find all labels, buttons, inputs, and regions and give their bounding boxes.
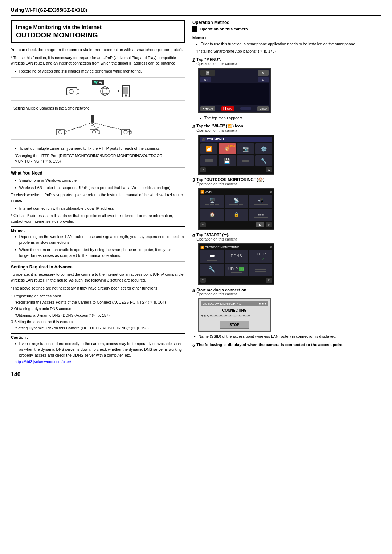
screen1-rec: ▌▌REC — [221, 106, 234, 111]
svg-point-1 — [69, 89, 73, 94]
svg-rect-0 — [67, 88, 77, 95]
wifi-back: ↩ — [266, 222, 272, 227]
svg-marker-10 — [118, 90, 120, 93]
main-title-line1: Image Monitoring via the Internet — [16, 24, 180, 31]
outdoor-cell5: UPnP on — [225, 264, 248, 276]
screen1-m: M — [258, 70, 269, 76]
multi-cam-diagram — [13, 112, 183, 137]
black-square — [192, 26, 197, 32]
wyn-item1: Smartphone or Windows computer — [15, 178, 185, 184]
settings-item2: "Registering the Access Points of the Ca… — [15, 300, 185, 305]
setup-ref1: "Changing the HTTP Port (DIRECT MONITORI… — [15, 153, 185, 165]
wifi-cell1: 🖥️ — [200, 195, 224, 208]
camera-icon — [66, 86, 81, 97]
op-method-title: Operation Method — [192, 20, 381, 25]
step2: 2 Tap the "Wi-Fi" (📶) icon. Operation on… — [192, 124, 381, 132]
outdoor-cell2: DDNS — [225, 250, 248, 263]
settings-item3: 2 Obtaining a dynamic DNS account — [11, 306, 185, 312]
caution-title: Caution : — [11, 335, 185, 340]
menu-cell5 — [200, 155, 217, 166]
top-menu-title-text: TOP MENU — [207, 138, 224, 141]
screen1-d: D — [258, 77, 269, 82]
settings-item5: 3 Setting the account on this camera — [11, 319, 185, 325]
svg-point-31 — [110, 127, 111, 128]
wifi-cell5: 🔒 — [225, 209, 248, 221]
step4-sub: Operation on this camera — [196, 237, 381, 241]
step2-sub: Operation on this camera — [196, 128, 381, 132]
wifi-diagram: WiFi — [11, 77, 185, 101]
svg-point-22 — [92, 130, 96, 134]
svg-point-19 — [58, 130, 62, 134]
screen1-main — [200, 83, 269, 105]
multi-cam-section: Setting Multiple Cameras in the Same Net… — [11, 104, 185, 140]
phone-icon — [122, 85, 130, 97]
caution-link[interactable]: https://dd3.jvckenwood.com/user/ — [15, 360, 185, 364]
connecting-screen: OUTDOOR MONITORING ■ ■ ■ CONNECTING SSID… — [198, 298, 271, 332]
step5-num: 5 — [192, 288, 195, 293]
menu-cell3: 📷 — [237, 143, 254, 154]
caution-bullet: Even if registration is done correctly t… — [15, 341, 185, 358]
connecting-dots: ■ ■ ■ — [259, 302, 266, 305]
svg-point-13 — [125, 95, 127, 96]
svg-point-28 — [91, 125, 93, 126]
step4-num: 4 — [192, 233, 195, 238]
wifi-bottom: ? ▶ ↩ — [200, 222, 272, 227]
wifi-cell4: 🏠 — [200, 209, 224, 221]
step3-sub: Operation on this camera — [196, 182, 381, 186]
menu-cell8: 🔧 — [255, 155, 272, 166]
step4: 4 Tap "START" (➡). Operation on this cam… — [192, 233, 381, 241]
screen1-wt: WT — [200, 77, 211, 82]
svg-point-30 — [97, 127, 99, 128]
op-subtitle-text: Operation on this camera — [200, 27, 248, 31]
outdoor-screen: 📶 OUTDOOR MONITORING ✕ ➡ DDNS — [198, 243, 274, 285]
svg-rect-33 — [207, 72, 209, 73]
right-memo-bullet: Prior to use this function, a smartphone… — [196, 41, 381, 47]
outdoor-grid: ➡ DDNS HTTP ✓ — [200, 250, 272, 276]
top-menu-screen: 🎥 TOP MENU 📶 🎨 Effect 📷 ⚙️ — [198, 135, 274, 175]
outdoor-bottom: ? ↩ — [200, 278, 272, 283]
settings-required-section: Settings Required in Advance To operate,… — [11, 264, 185, 331]
menu-cell4: ⚙️ — [255, 143, 272, 154]
setup-bullet: To set up multiple cameras, you need to … — [15, 146, 185, 152]
menu-cell2: 🎨 Effect — [219, 143, 236, 154]
main-title-box: Image Monitoring via the Internet OUTDOO… — [11, 20, 185, 43]
connecting-title-bar: OUTDOOR MONITORING ■ ■ ■ — [201, 301, 268, 306]
svg-line-15 — [65, 123, 92, 132]
menu-cell6: 💾 — [219, 155, 236, 166]
step2-num: 2 — [192, 124, 195, 129]
wifi-cell3: 📲 — [249, 195, 272, 208]
wyn-note: * Global IP address is an IP address tha… — [11, 213, 185, 225]
outdoor-q: ? — [200, 278, 206, 283]
stop-btn[interactable]: STOP — [220, 321, 249, 329]
right-memo-ref: "Installing Smartphone Applications" (☞ … — [196, 49, 381, 54]
wifi-screen: 📶 Wi-Fi ✕ 🖥️ 📡 📲 🏠 — [198, 188, 274, 230]
memo1-item1: Depending on the wireless LAN router in … — [15, 234, 185, 246]
connecting-text: CONNECTING — [201, 308, 268, 312]
memo1-box: Memo : Depending on the wireless LAN rou… — [11, 226, 185, 258]
ssid-bullet: Name (SSID) of the access point (wireles… — [194, 334, 381, 340]
step3-num: 3 — [192, 177, 195, 183]
step6-label: The following is displayed when the came… — [196, 342, 381, 347]
connecting-title-text: OUTDOOR MONITORING — [203, 302, 241, 305]
what-you-need-section: What You Need Smartphone or Windows comp… — [11, 171, 185, 224]
menu-cell7 — [237, 155, 254, 166]
page-header: Using Wi-Fi (GZ-EX355/GZ-EX310) — [11, 7, 381, 16]
settings-item1: 1 Registering an access point — [11, 294, 185, 299]
step6-num: 6 — [192, 342, 195, 348]
screen1-bottom: ◄◄PLAY ▌▌REC MENU — [200, 106, 269, 111]
svg-rect-12 — [123, 87, 128, 94]
dashed-line1 — [83, 89, 97, 93]
wifi-cell6: ■■■ — [249, 209, 272, 221]
right-memo-box: Memo : Prior to use this function, a sma… — [192, 34, 381, 54]
cam-screen1: M WT D ◄◄PLAY ▌▌REC MENU — [198, 68, 271, 113]
wifi-cell2: 📡 — [225, 195, 248, 208]
step1-num: 1 — [192, 57, 195, 63]
svg-point-25 — [124, 130, 127, 134]
outdoor-cell1: ➡ — [200, 250, 224, 263]
wifi-icons-grid: 🖥️ 📡 📲 🏠 🔒 — [200, 195, 272, 221]
intro-para1: You can check the image on the camera vi… — [11, 47, 185, 53]
svg-point-27 — [91, 122, 93, 124]
svg-rect-18 — [56, 129, 64, 135]
right-memo-title: Memo : — [192, 36, 381, 40]
top-menu-camera-icon: 🎥 — [202, 138, 206, 141]
